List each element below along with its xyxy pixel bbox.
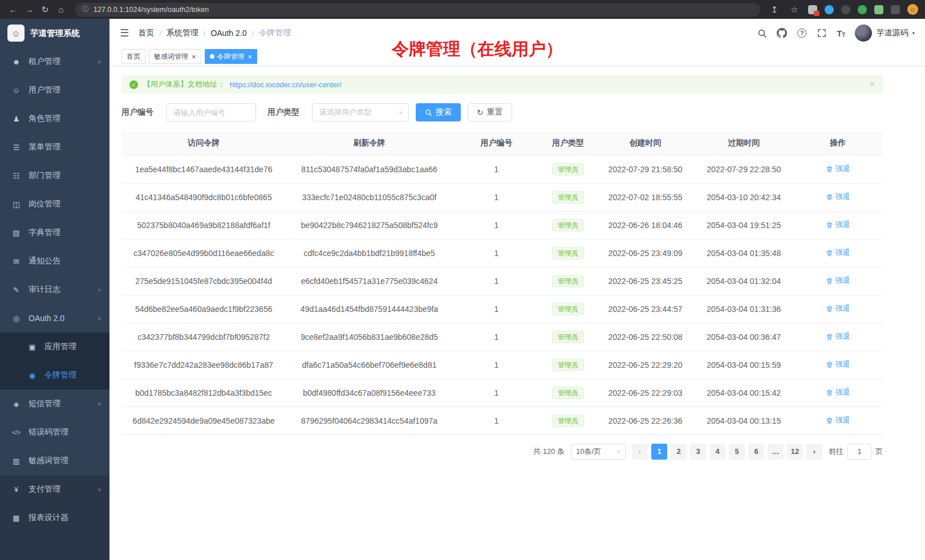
- force-logout-button[interactable]: 强退: [826, 164, 850, 174]
- extension-icon-green[interactable]: [858, 5, 867, 14]
- sidebar-item-sensitive-word[interactable]: ▥ 敏感词管理: [0, 447, 109, 475]
- sidebar-item-oauth[interactable]: ◎ OAuth 2.0 ∧: [0, 304, 109, 332]
- doc-link[interactable]: https://doc.iocoder.cn/user-center/: [230, 80, 342, 89]
- address-bar[interactable]: ⓘ 127.0.0.1:1024/system/oauth2/token: [75, 3, 760, 17]
- side-panel-icon[interactable]: [891, 5, 900, 14]
- user-avatar: [855, 25, 872, 42]
- page-number-button[interactable]: 3: [690, 444, 706, 460]
- token-signal-icon: ◉: [27, 371, 37, 380]
- sidebar-item-error-code[interactable]: </> 错误码管理: [0, 418, 109, 447]
- github-icon[interactable]: [777, 28, 787, 38]
- breadcrumb-home[interactable]: 首页: [138, 28, 154, 38]
- sidebar-item-dept[interactable]: ☷ 部门管理: [0, 161, 109, 190]
- force-logout-button[interactable]: 强退: [826, 415, 850, 425]
- breadcrumb-separator: /: [251, 29, 254, 38]
- browser-back-button[interactable]: ←: [7, 3, 19, 16]
- search-button[interactable]: 搜索: [416, 103, 461, 121]
- breadcrumb-current: 令牌管理: [259, 28, 291, 38]
- force-logout-button[interactable]: 强退: [826, 303, 850, 314]
- browser-forward-button[interactable]: →: [23, 3, 35, 16]
- sidebar-item-user[interactable]: ☺ 用户管理: [0, 76, 109, 104]
- fullscreen-icon[interactable]: [817, 28, 827, 38]
- tab-token[interactable]: 令牌管理 ×: [205, 49, 258, 64]
- sidebar-item-report-designer[interactable]: ▦ 报表设计器: [0, 504, 109, 532]
- close-icon[interactable]: ×: [248, 53, 253, 60]
- goto-suffix: 页: [875, 447, 883, 457]
- sidebar-item-oauth-app[interactable]: ▣ 应用管理: [0, 332, 109, 361]
- page-number-button[interactable]: 5: [729, 444, 745, 460]
- select-placeholder: 请选择用户类型: [319, 107, 371, 117]
- page-number-button[interactable]: 1: [651, 444, 667, 460]
- sidebar-item-label: 错误码管理: [29, 427, 68, 437]
- browser-home-button[interactable]: ⌂: [55, 3, 67, 16]
- help-icon[interactable]: ?: [797, 28, 807, 38]
- extensions-puzzle-icon[interactable]: [874, 5, 883, 14]
- bookmark-star-icon[interactable]: ☆: [788, 3, 801, 16]
- alert-close-icon[interactable]: ×: [870, 79, 875, 90]
- sidebar-item-tenant[interactable]: ☻ 租户管理 ∨: [0, 47, 109, 76]
- force-logout-button[interactable]: 强退: [826, 247, 850, 258]
- close-icon[interactable]: ×: [192, 53, 196, 60]
- sidebar-item-notice[interactable]: ✉ 通知公告: [0, 247, 109, 275]
- page-size-value: 10条/页: [576, 447, 601, 457]
- sidebar-item-label: OAuth 2.0: [29, 314, 64, 323]
- sidebar-item-post[interactable]: ◫ 岗位管理: [0, 190, 109, 218]
- goto-page-input[interactable]: [847, 444, 871, 460]
- breadcrumb-oauth[interactable]: OAuth 2.0: [210, 29, 246, 38]
- tab-sensitive-word[interactable]: 敏感词管理 ×: [149, 49, 201, 64]
- force-logout-button[interactable]: 强退: [826, 192, 850, 202]
- post-icon: ◫: [11, 200, 21, 209]
- share-icon[interactable]: ↥: [768, 3, 781, 16]
- sidebar-item-oauth-token[interactable]: ◉ 令牌管理: [0, 361, 109, 389]
- app-logo-area[interactable]: ☺ 芋道管理系统: [0, 19, 109, 47]
- browser-reload-button[interactable]: ↻: [39, 3, 51, 16]
- tab-home[interactable]: 首页: [121, 49, 145, 64]
- sidebar-item-menu[interactable]: ☰ 菜单管理: [0, 133, 109, 161]
- force-logout-button[interactable]: 强退: [826, 220, 850, 230]
- sidebar-item-sms[interactable]: ◈ 短信管理 ∨: [0, 389, 109, 418]
- extension-icon-blue[interactable]: [825, 5, 834, 14]
- active-tab-dot: [210, 54, 214, 59]
- prev-page-button[interactable]: ‹: [632, 444, 648, 460]
- sidebar-item-label: 岗位管理: [29, 199, 60, 209]
- page-number-button[interactable]: 6: [748, 444, 764, 460]
- sidebar-item-audit-log[interactable]: ✎ 审计日志 ∨: [0, 275, 109, 304]
- expire-time-cell: 2054-03-04 00:15:59: [695, 351, 793, 379]
- breadcrumb-separator: /: [204, 29, 206, 38]
- page-size-select[interactable]: 10条/页 ∨: [571, 444, 626, 460]
- sidebar-item-role[interactable]: ♟ 角色管理: [0, 104, 109, 133]
- column-header: 用户编号: [453, 131, 541, 155]
- action-cell: 强退: [793, 239, 883, 267]
- page-number-button[interactable]: 4: [709, 444, 725, 460]
- report-icon: ▦: [11, 514, 21, 522]
- force-logout-button[interactable]: 强退: [826, 359, 850, 370]
- sidebar-item-pay[interactable]: ¥ 支付管理 ∨: [0, 475, 109, 504]
- font-size-icon[interactable]: TT: [837, 29, 845, 38]
- next-page-button[interactable]: ›: [806, 444, 822, 460]
- user-id-input[interactable]: [166, 103, 256, 121]
- browser-profile-avatar[interactable]: ☺: [907, 4, 918, 15]
- more-pages-button[interactable]: …: [768, 444, 784, 460]
- search-icon[interactable]: [757, 28, 767, 38]
- page-number-button[interactable]: 12: [787, 444, 803, 460]
- site-info-icon[interactable]: ⓘ: [82, 5, 89, 14]
- page-number-button[interactable]: 2: [671, 444, 687, 460]
- access-token-cell: b0d1785bc3a8482f812db4a3f3bd15ec: [121, 379, 286, 407]
- sidebar-item-dict[interactable]: ▤ 字典管理: [0, 218, 109, 247]
- force-logout-button[interactable]: 强退: [826, 331, 850, 342]
- refresh-token-cell: 9ce8ef2aa9f14056b831ae9b608e28d5: [286, 323, 452, 351]
- chevron-down-icon: ∨: [98, 287, 102, 293]
- user-type-cell: 管理员: [540, 295, 595, 323]
- collapse-sidebar-icon[interactable]: ☰: [120, 27, 129, 39]
- user-menu[interactable]: 芋道源码 ▾: [855, 25, 915, 42]
- page-content: ✓ 【用户体系】文档地址： https://doc.iocoder.cn/use…: [109, 66, 925, 560]
- reset-button[interactable]: ↻ 重置: [468, 103, 512, 121]
- force-logout-button[interactable]: 强退: [826, 387, 850, 397]
- breadcrumb-system[interactable]: 系统管理: [167, 28, 198, 38]
- user-type-select[interactable]: 请选择用户类型 ∨: [312, 103, 409, 121]
- header-actions: ? TT 芋道源码 ▾: [757, 25, 915, 42]
- user-type-tag: 管理员: [552, 331, 584, 343]
- extension-icon-badged[interactable]: [808, 5, 817, 14]
- force-logout-button[interactable]: 强退: [826, 275, 850, 286]
- extension-icon-dark[interactable]: [841, 5, 850, 14]
